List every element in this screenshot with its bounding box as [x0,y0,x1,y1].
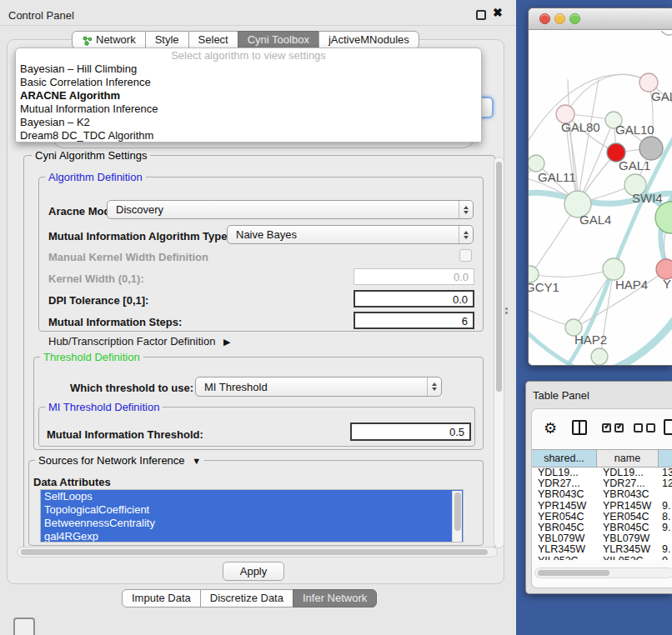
algorithm-dropdown-popup: Select algorithm to view settings Bayesi… [15,48,482,142]
stepper-arrows-icon [427,378,441,396]
top-tab-bar: NetworkStyleSelectCyni ToolboxjActiveMNo… [72,31,419,49]
manual-kernel-checkbox[interactable] [459,249,472,262]
table-row[interactable]: YBL079WYBL079W [532,533,672,544]
attribute-item[interactable]: BetweennessCentrality [41,517,463,530]
minimized-panel-icon[interactable] [13,618,35,635]
tab-cyni-toolbox[interactable]: Cyni Toolbox [238,31,319,49]
data-attributes-list: SelfLoopsTopologicalCoefficientBetweenne… [40,489,464,542]
hub-section-toggle[interactable]: Hub/Transcription Factor Definition ▶ [48,335,230,348]
file-icon[interactable] [664,419,672,435]
sources-title-row[interactable]: Sources for Network Inference ▼ [35,454,204,467]
threshold-title: Threshold Definition [40,351,143,363]
table-row[interactable]: YPR145WYPR145W9. [532,501,672,512]
algorithm-option[interactable]: ARACNE Algorithm [16,89,481,102]
table-horizontal-scrollbar[interactable] [534,568,672,578]
tab-impute-data[interactable]: Impute Data [122,589,201,608]
table-panel-window: Table Panel ⚙ shared...name YDL19...YDL1… [525,381,672,594]
table-cell: YIL052C [532,556,597,561]
deselect-all-icon[interactable] [634,423,643,432]
network-graph: GALGAL80GAL10GAL1GAL11SWI4GAL4GCY1HAP4YH… [529,31,672,366]
network-edge [578,79,599,203]
column-header[interactable] [659,449,672,468]
table-cell [659,489,672,500]
table-cell: YBR043C [597,489,659,500]
select-all-icon-2[interactable] [614,423,624,432]
control-panel-window: Control Panel ✖ NetworkStyleSelectCyni T… [0,0,516,635]
aracne-mode-combo[interactable]: Discovery [107,200,474,219]
apply-button[interactable]: Apply [223,562,284,581]
attributes-scrollbar[interactable] [452,491,462,542]
table-cell [659,533,672,544]
close-panel-button[interactable]: ✖ [493,6,503,19]
table-cell: 9. [659,522,672,533]
network-view-window: GALGAL80GAL10GAL1GAL11SWI4GAL4GCY1HAP4YH… [528,8,672,366]
tab-infer-network[interactable]: Infer Network [293,589,377,608]
node-label: HAP2 [574,332,607,347]
tab-network[interactable]: Network [72,31,146,49]
network-node[interactable] [639,137,663,160]
table-row[interactable]: YBR043CYBR043C [532,489,672,500]
float-panel-button[interactable] [476,10,486,20]
which-threshold-combo[interactable]: MI Threshold [195,377,442,397]
node-label: HAP4 [615,278,648,292]
node-label: Y [663,277,671,291]
table-row[interactable]: YBR045CYBR045C9. [532,522,672,533]
gear-icon[interactable]: ⚙ [544,419,557,438]
tab-label: Impute Data [132,590,191,607]
mi-threshold-input[interactable]: 0.5 [350,422,471,441]
table-row[interactable]: YDR27...YDR27...12 [532,478,672,489]
mi-type-combo[interactable]: Naive Bayes [227,225,474,244]
network-node[interactable] [660,31,672,35]
tab-select[interactable]: Select [188,31,238,49]
algorithm-option[interactable]: Mutual Information Inference [16,102,481,116]
deselect-all-icon-2[interactable] [646,423,655,432]
attribute-item[interactable]: TopologicalCoefficient [41,503,463,517]
mi-type-value: Naive Bayes [228,228,459,241]
network-node[interactable] [591,348,608,365]
network-edge [565,74,649,114]
select-all-icon[interactable] [602,423,611,432]
column-header[interactable]: name [597,449,659,468]
mi-steps-input[interactable]: 6 [354,312,474,329]
table-row[interactable]: YDL19...YDL19...13 [532,468,672,478]
mi-steps-label: Mutual Information Steps: [48,316,182,328]
table-cell: YBL079W [597,533,659,544]
close-window-icon[interactable] [539,13,550,24]
network-canvas[interactable]: GALGAL80GAL10GAL1GAL11SWI4GAL4GCY1HAP4YH… [529,31,672,366]
algorithm-list: Bayesian – Hill ClimbingBasic Correlatio… [16,62,481,142]
tab-label: Select [198,32,228,48]
algorithm-option[interactable]: Basic Correlation Inference [16,76,481,89]
table-cell: YER054C [532,512,597,522]
table-cell: YBR045C [532,522,597,533]
data-attributes-label: Data Attributes [33,476,111,488]
stepper-arrows-icon [459,201,473,218]
settings-vertical-scrollbar[interactable] [494,157,504,548]
algorithm-option[interactable]: Bayesian – K2 [16,116,481,129]
cyni-settings-title: Cyni Algorithm Settings [32,149,150,162]
mi-threshold-label: Mutual Information Threshold: [47,428,203,441]
table-row[interactable]: YIL052CYIL052C0. [532,556,672,561]
network-node-gal11[interactable] [529,155,544,172]
kernel-width-input[interactable]: 0.0 [354,268,474,285]
attribute-item[interactable]: gal4RGexp [41,530,463,542]
tab-jactivemnodules[interactable]: jActiveMNodules [318,31,419,49]
table-body: YDL19...YDL19...13YDR27...YDR27...12YBR0… [532,468,672,560]
table-cell: YPR145W [597,501,659,512]
dpi-tolerance-input[interactable]: 0.0 [354,290,474,308]
column-header[interactable]: shared... [532,449,597,468]
zoom-window-icon[interactable] [569,13,580,24]
splitpane-grip[interactable] [505,308,508,310]
attribute-item[interactable]: SelfLoops [41,490,463,503]
minimize-window-icon[interactable] [554,13,565,24]
table-cell: YER054C [597,512,659,522]
tab-style[interactable]: Style [145,31,189,49]
network-window-titlebar[interactable] [529,8,672,30]
network-node[interactable] [655,202,672,233]
column-layout-icon[interactable] [572,420,587,435]
algorithm-option[interactable]: Bayesian – Hill Climbing [16,62,481,76]
tab-discretize-data[interactable]: Discretize Data [200,589,293,608]
algorithm-option[interactable]: Dream8 DC_TDC Algorithm [16,129,481,142]
settings-horizontal-scrollbar[interactable] [17,547,498,558]
table-row[interactable]: YER054CYER054C8. [532,512,672,522]
table-row[interactable]: YLR345WYLR345W9. [532,544,672,555]
